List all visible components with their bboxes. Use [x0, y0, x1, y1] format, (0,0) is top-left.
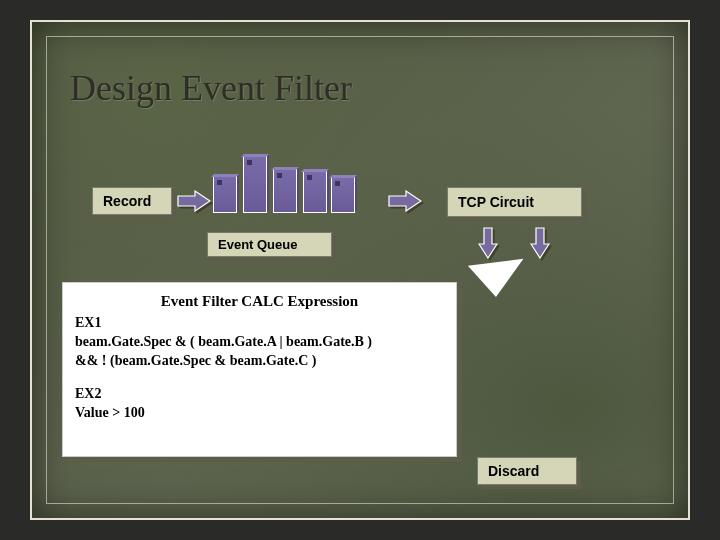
queue-col-1	[214, 177, 236, 212]
arrow-queue-to-tcp-icon	[388, 190, 422, 212]
queue-col-2	[244, 157, 266, 212]
event-filter-callout: Event Filter CALC Expression EX1 beam.Ga…	[62, 282, 457, 457]
queue-col-4	[304, 172, 326, 212]
queue-col-3	[274, 170, 296, 212]
ex1-label: EX1	[75, 314, 444, 333]
event-queue-columns	[204, 147, 374, 212]
queue-col-5	[332, 178, 354, 212]
ex2-label: EX2	[75, 385, 444, 404]
arrow-tcp-down-right-icon	[530, 227, 550, 259]
svg-marker-3	[531, 228, 549, 258]
ex1-line-1: beam.Gate.Spec & ( beam.Gate.A | beam.Ga…	[75, 333, 444, 352]
example-1: EX1 beam.Gate.Spec & ( beam.Gate.A | bea…	[75, 314, 444, 371]
event-queue-label: Event Queue	[218, 237, 297, 252]
record-label: Record	[103, 193, 151, 209]
tcp-circuit-box: TCP Circuit	[447, 187, 582, 217]
discard-box: Discard	[477, 457, 577, 485]
discard-label: Discard	[488, 463, 539, 479]
example-2: EX2 Value > 100	[75, 385, 444, 423]
slide-frame: Design Event Filter Record TCP Circuit E…	[30, 20, 690, 520]
ex1-line-2: && ! (beam.Gate.Spec & beam.Gate.C )	[75, 352, 444, 371]
tcp-circuit-label: TCP Circuit	[458, 194, 534, 210]
slide-title: Design Event Filter	[70, 67, 352, 109]
svg-marker-1	[389, 191, 421, 211]
event-queue-label-box: Event Queue	[207, 232, 332, 257]
callout-heading: Event Filter CALC Expression	[75, 293, 444, 310]
ex2-line-1: Value > 100	[75, 404, 444, 423]
record-box: Record	[92, 187, 172, 215]
